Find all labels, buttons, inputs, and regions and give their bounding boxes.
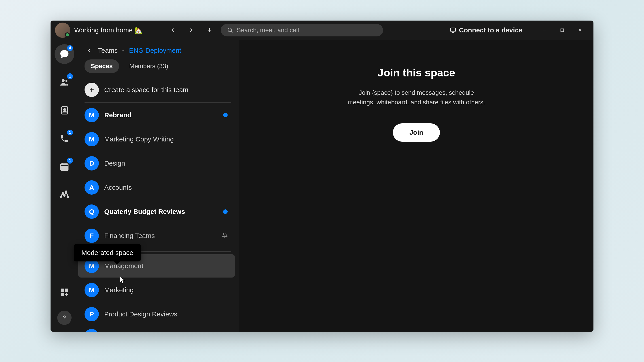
sidebar: Teams • ENG Deployment Spaces Members (3… [78,40,239,332]
nav-forward-button[interactable] [184,23,198,37]
rail-apps[interactable] [54,283,74,302]
tooltip-moderated: Moderated space [74,244,141,261]
space-name: Quaterly Budget Reviews [104,208,218,215]
space-avatar: M [84,283,99,297]
svg-point-11 [66,191,67,192]
space-name: Rebrand [104,111,218,119]
svg-point-10 [64,195,65,196]
rail-chat[interactable]: 4 [54,44,74,64]
user-avatar[interactable] [55,22,70,38]
breadcrumb: Teams • ENG Deployment [78,40,239,59]
plus-icon: + [84,83,99,97]
main-content: Join this space Join {space} to send mes… [239,40,594,332]
space-name: Product Design Reviews [104,310,230,318]
chat-badge: 4 [67,45,73,51]
svg-rect-15 [61,293,64,296]
create-space-button[interactable]: + Create a space for this team [78,77,238,102]
space-avatar: A [84,180,99,195]
nav-back-button[interactable] [166,23,180,37]
svg-point-0 [228,28,232,32]
space-avatar: M [84,132,99,146]
unread-indicator [223,113,228,117]
apps-icon [60,287,69,297]
space-name: Marketing [104,286,230,294]
breadcrumb-current: ENG Deployment [129,47,181,54]
svg-point-8 [60,196,62,198]
space-row[interactable]: MMarketing [78,278,235,302]
activity-icon [60,190,69,200]
rail-help[interactable] [57,311,72,325]
teams-badge: 1 [67,73,73,79]
calls-badge: 1 [67,130,73,135]
titlebar: Working from home🏡 Search, meet, and cal… [50,20,594,40]
svg-rect-14 [65,289,68,292]
space-name: Accounts [104,184,230,191]
space-avatar: D [84,156,99,170]
space-name: Management [104,262,230,270]
space-row[interactable]: PProduct Design Reviews [78,303,235,326]
presence-indicator [65,32,70,37]
svg-point-12 [68,196,69,198]
sidebar-tabs: Spaces Members (33) [78,59,239,77]
space-row-peek[interactable] [84,329,99,332]
nav-rail: 4 1 1 1 [50,40,78,332]
phone-icon [60,134,69,143]
chat-icon [60,49,69,59]
rail-calls[interactable]: 1 [54,129,74,148]
mute-icon [222,232,228,239]
svg-point-9 [62,193,64,194]
space-row[interactable]: DDesign [78,152,235,175]
connect-device-button[interactable]: Connect to a device [450,26,522,34]
people-icon [60,77,69,87]
tab-members[interactable]: Members (33) [123,59,174,73]
close-button[interactable] [571,23,589,37]
breadcrumb-back-button[interactable] [84,46,94,55]
maximize-button[interactable] [553,23,571,37]
svg-point-3 [62,79,64,82]
svg-rect-13 [61,289,64,292]
calendar-badge: 1 [67,158,73,164]
breadcrumb-root[interactable]: Teams [98,47,118,54]
space-avatar: Q [84,204,99,219]
minimize-button[interactable] [535,23,553,37]
status-text[interactable]: Working from home🏡 [74,26,143,34]
new-button[interactable] [202,23,217,37]
space-row[interactable]: MMarketing Copy Writing [78,128,235,151]
device-icon [450,27,456,33]
space-row[interactable]: AAccounts [78,176,235,199]
svg-point-4 [66,80,68,82]
rail-activity[interactable] [54,185,74,205]
join-button[interactable]: Join [393,123,440,142]
tab-spaces[interactable]: Spaces [84,59,119,73]
space-name: Financing Teams [104,232,216,240]
search-placeholder: Search, meet, and call [237,26,299,34]
search-input[interactable]: Search, meet, and call [221,24,383,36]
unread-indicator [223,209,228,214]
calendar-icon [60,162,69,172]
svg-point-6 [64,109,66,111]
search-icon [227,27,233,33]
spaces-list[interactable]: + Create a space for this team MRebrandM… [78,77,239,332]
space-row[interactable]: QQuaterly Budget Reviews [78,200,235,223]
rail-teams[interactable]: 1 [54,72,74,92]
main-title: Join this space [378,67,455,79]
rail-calendar[interactable]: 1 [54,157,74,177]
app-window: Working from home🏡 Search, meet, and cal… [50,20,594,332]
rail-contacts[interactable] [54,100,74,120]
space-name: Design [104,160,230,167]
space-avatar: M [84,108,99,122]
space-row[interactable]: MRebrand [78,103,235,127]
svg-rect-2 [561,29,564,32]
contacts-icon [60,105,69,115]
svg-rect-1 [450,28,456,31]
svg-rect-7 [61,164,68,170]
space-avatar: F [84,229,99,243]
help-icon [61,314,68,321]
space-avatar: P [84,307,99,321]
space-name: Marketing Copy Writing [104,135,230,143]
main-description: Join {space} to send messages, schedule … [345,88,488,107]
window-controls [535,23,589,37]
